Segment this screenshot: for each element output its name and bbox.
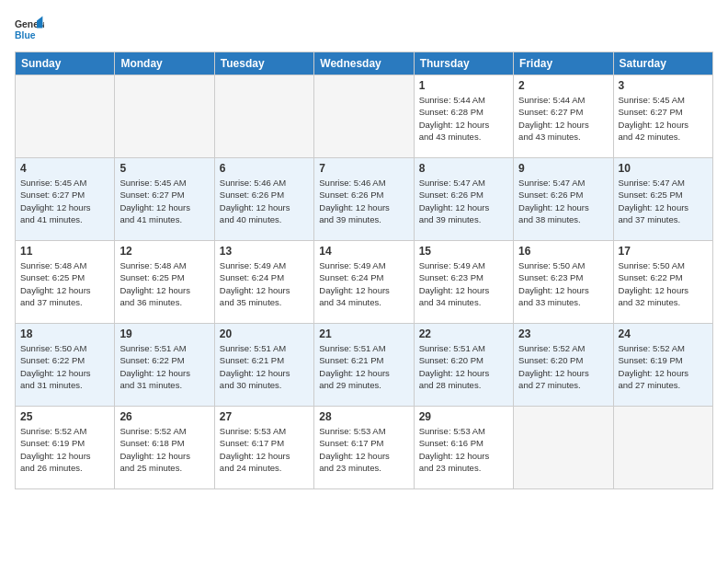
day-info: Sunrise: 5:49 AM Sunset: 6:23 PM Dayligh… xyxy=(419,259,508,308)
calendar-cell: 14Sunrise: 5:49 AM Sunset: 6:24 PM Dayli… xyxy=(314,241,414,324)
calendar-cell: 6Sunrise: 5:46 AM Sunset: 6:26 PM Daylig… xyxy=(214,158,313,241)
day-info: Sunrise: 5:51 AM Sunset: 6:22 PM Dayligh… xyxy=(119,342,209,391)
calendar-header-row: SundayMondayTuesdayWednesdayThursdayFrid… xyxy=(16,52,713,75)
header-area: General Blue xyxy=(15,15,713,44)
calendar-cell: 13Sunrise: 5:49 AM Sunset: 6:24 PM Dayli… xyxy=(214,241,313,324)
day-info: Sunrise: 5:47 AM Sunset: 6:26 PM Dayligh… xyxy=(419,177,508,225)
calendar-week-row: 11Sunrise: 5:48 AM Sunset: 6:25 PM Dayli… xyxy=(16,241,713,324)
calendar-cell: 28Sunrise: 5:53 AM Sunset: 6:17 PM Dayli… xyxy=(314,407,414,489)
day-info: Sunrise: 5:50 AM Sunset: 6:22 PM Dayligh… xyxy=(619,259,708,308)
calendar-cell: 17Sunrise: 5:50 AM Sunset: 6:22 PM Dayli… xyxy=(613,241,712,324)
calendar-cell: 5Sunrise: 5:45 AM Sunset: 6:27 PM Daylig… xyxy=(115,158,214,241)
svg-marker-2 xyxy=(37,17,42,29)
calendar-header-friday: Friday xyxy=(514,52,613,75)
calendar-cell: 23Sunrise: 5:52 AM Sunset: 6:20 PM Dayli… xyxy=(514,324,613,407)
day-info: Sunrise: 5:52 AM Sunset: 6:18 PM Dayligh… xyxy=(119,425,209,474)
day-info: Sunrise: 5:46 AM Sunset: 6:26 PM Dayligh… xyxy=(319,177,408,225)
day-info: Sunrise: 5:45 AM Sunset: 6:27 PM Dayligh… xyxy=(619,94,708,143)
svg-text:Blue: Blue xyxy=(15,30,36,40)
day-number: 15 xyxy=(419,245,508,258)
calendar-cell: 4Sunrise: 5:45 AM Sunset: 6:27 PM Daylig… xyxy=(16,158,115,241)
calendar-cell: 8Sunrise: 5:47 AM Sunset: 6:26 PM Daylig… xyxy=(414,158,513,241)
day-number: 28 xyxy=(319,410,408,423)
calendar-header-tuesday: Tuesday xyxy=(214,52,313,75)
calendar-cell: 12Sunrise: 5:48 AM Sunset: 6:25 PM Dayli… xyxy=(115,241,214,324)
day-number: 11 xyxy=(20,245,109,258)
day-info: Sunrise: 5:50 AM Sunset: 6:22 PM Dayligh… xyxy=(20,342,109,391)
day-info: Sunrise: 5:51 AM Sunset: 6:20 PM Dayligh… xyxy=(419,342,508,391)
day-info: Sunrise: 5:45 AM Sunset: 6:27 PM Dayligh… xyxy=(119,177,209,225)
calendar-cell: 1Sunrise: 5:44 AM Sunset: 6:28 PM Daylig… xyxy=(414,75,513,158)
calendar-cell: 25Sunrise: 5:52 AM Sunset: 6:19 PM Dayli… xyxy=(16,407,115,489)
calendar-cell: 22Sunrise: 5:51 AM Sunset: 6:20 PM Dayli… xyxy=(414,324,513,407)
day-number: 24 xyxy=(619,327,708,340)
day-number: 4 xyxy=(20,162,109,175)
day-number: 12 xyxy=(119,245,209,258)
day-number: 22 xyxy=(419,327,508,340)
day-number: 14 xyxy=(319,245,408,258)
day-number: 9 xyxy=(518,162,608,175)
day-info: Sunrise: 5:52 AM Sunset: 6:19 PM Dayligh… xyxy=(20,425,109,474)
calendar-header-monday: Monday xyxy=(115,52,214,75)
calendar-week-row: 4Sunrise: 5:45 AM Sunset: 6:27 PM Daylig… xyxy=(16,158,713,241)
day-number: 20 xyxy=(220,327,309,340)
calendar-cell xyxy=(115,75,214,158)
calendar-header-wednesday: Wednesday xyxy=(314,52,414,75)
calendar-cell xyxy=(514,407,613,489)
calendar-cell: 3Sunrise: 5:45 AM Sunset: 6:27 PM Daylig… xyxy=(613,75,712,158)
calendar-cell: 20Sunrise: 5:51 AM Sunset: 6:21 PM Dayli… xyxy=(214,324,313,407)
day-number: 27 xyxy=(220,410,309,423)
calendar-cell: 29Sunrise: 5:53 AM Sunset: 6:16 PM Dayli… xyxy=(414,407,513,489)
calendar-cell: 16Sunrise: 5:50 AM Sunset: 6:23 PM Dayli… xyxy=(514,241,613,324)
calendar-cell: 19Sunrise: 5:51 AM Sunset: 6:22 PM Dayli… xyxy=(115,324,214,407)
day-info: Sunrise: 5:51 AM Sunset: 6:21 PM Dayligh… xyxy=(220,342,309,391)
day-info: Sunrise: 5:49 AM Sunset: 6:24 PM Dayligh… xyxy=(220,259,309,308)
day-number: 5 xyxy=(119,162,209,175)
calendar-cell xyxy=(613,407,712,489)
day-info: Sunrise: 5:44 AM Sunset: 6:27 PM Dayligh… xyxy=(518,94,608,143)
calendar-cell: 9Sunrise: 5:47 AM Sunset: 6:26 PM Daylig… xyxy=(514,158,613,241)
day-number: 25 xyxy=(20,410,109,423)
day-number: 21 xyxy=(319,327,408,340)
day-info: Sunrise: 5:52 AM Sunset: 6:19 PM Dayligh… xyxy=(619,342,708,391)
calendar-cell: 24Sunrise: 5:52 AM Sunset: 6:19 PM Dayli… xyxy=(613,324,712,407)
calendar-table: SundayMondayTuesdayWednesdayThursdayFrid… xyxy=(15,52,713,489)
calendar-cell xyxy=(16,75,115,158)
calendar-cell: 2Sunrise: 5:44 AM Sunset: 6:27 PM Daylig… xyxy=(514,75,613,158)
logo: General Blue xyxy=(15,15,48,44)
day-info: Sunrise: 5:53 AM Sunset: 6:16 PM Dayligh… xyxy=(419,425,508,474)
day-number: 2 xyxy=(518,79,608,92)
day-number: 6 xyxy=(220,162,309,175)
calendar-header-sunday: Sunday xyxy=(16,52,115,75)
calendar-cell: 11Sunrise: 5:48 AM Sunset: 6:25 PM Dayli… xyxy=(16,241,115,324)
calendar-cell: 26Sunrise: 5:52 AM Sunset: 6:18 PM Dayli… xyxy=(115,407,214,489)
calendar-week-row: 25Sunrise: 5:52 AM Sunset: 6:19 PM Dayli… xyxy=(16,407,713,489)
day-info: Sunrise: 5:47 AM Sunset: 6:25 PM Dayligh… xyxy=(619,177,708,225)
calendar-cell xyxy=(214,75,313,158)
day-info: Sunrise: 5:44 AM Sunset: 6:28 PM Dayligh… xyxy=(419,94,508,143)
day-number: 8 xyxy=(419,162,508,175)
day-info: Sunrise: 5:53 AM Sunset: 6:17 PM Dayligh… xyxy=(220,425,309,474)
day-info: Sunrise: 5:51 AM Sunset: 6:21 PM Dayligh… xyxy=(319,342,408,391)
day-number: 17 xyxy=(619,245,708,258)
calendar-cell: 15Sunrise: 5:49 AM Sunset: 6:23 PM Dayli… xyxy=(414,241,513,324)
calendar-header-thursday: Thursday xyxy=(414,52,513,75)
day-info: Sunrise: 5:53 AM Sunset: 6:17 PM Dayligh… xyxy=(319,425,408,474)
day-number: 26 xyxy=(119,410,209,423)
day-info: Sunrise: 5:47 AM Sunset: 6:26 PM Dayligh… xyxy=(518,177,608,225)
day-info: Sunrise: 5:52 AM Sunset: 6:20 PM Dayligh… xyxy=(518,342,608,391)
calendar-header-saturday: Saturday xyxy=(613,52,712,75)
calendar-cell xyxy=(314,75,414,158)
day-info: Sunrise: 5:48 AM Sunset: 6:25 PM Dayligh… xyxy=(119,259,209,308)
day-number: 13 xyxy=(220,245,309,258)
day-info: Sunrise: 5:50 AM Sunset: 6:23 PM Dayligh… xyxy=(518,259,608,308)
day-info: Sunrise: 5:49 AM Sunset: 6:24 PM Dayligh… xyxy=(319,259,408,308)
calendar-week-row: 18Sunrise: 5:50 AM Sunset: 6:22 PM Dayli… xyxy=(16,324,713,407)
logo-icon: General Blue xyxy=(15,15,44,44)
calendar-cell: 10Sunrise: 5:47 AM Sunset: 6:25 PM Dayli… xyxy=(613,158,712,241)
day-number: 29 xyxy=(419,410,508,423)
day-info: Sunrise: 5:45 AM Sunset: 6:27 PM Dayligh… xyxy=(20,177,109,225)
day-number: 10 xyxy=(619,162,708,175)
calendar-cell: 21Sunrise: 5:51 AM Sunset: 6:21 PM Dayli… xyxy=(314,324,414,407)
calendar-cell: 7Sunrise: 5:46 AM Sunset: 6:26 PM Daylig… xyxy=(314,158,414,241)
